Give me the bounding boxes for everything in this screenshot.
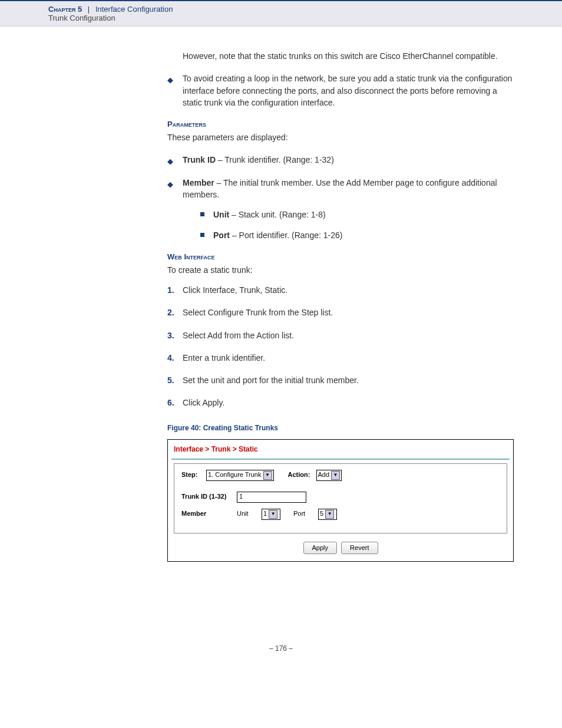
member-label: Member bbox=[181, 509, 232, 519]
param-unit: Unit – Stack unit. (Range: 1-8) bbox=[200, 209, 514, 220]
chevron-down-icon: ▼ bbox=[331, 471, 340, 480]
param-label: Unit bbox=[213, 210, 229, 219]
button-bar: Apply Revert bbox=[171, 542, 510, 555]
step-number: 3. bbox=[167, 330, 174, 341]
parameters-heading: Parameters bbox=[167, 119, 514, 130]
port-label: Port bbox=[293, 509, 313, 519]
action-label: Action: bbox=[288, 470, 312, 480]
trunk-id-row: Trunk ID (1-32) 1 bbox=[181, 492, 500, 503]
header-separator: | bbox=[88, 5, 90, 14]
action-select-value: Add bbox=[318, 470, 330, 480]
param-text: – Port identifier. (Range: 1-26) bbox=[230, 230, 342, 240]
parameters-intro: These parameters are displayed: bbox=[167, 131, 514, 143]
step-text: Click Interface, Trunk, Static. bbox=[183, 285, 287, 295]
web-interface-intro: To create a static trunk: bbox=[167, 264, 514, 276]
step-6: 6.Click Apply. bbox=[167, 397, 514, 409]
diamond-bullet-icon: ◆ bbox=[167, 179, 173, 190]
trunk-id-label: Trunk ID (1-32) bbox=[181, 492, 232, 502]
param-label: Port bbox=[213, 230, 230, 240]
step-text: Select Configure Trunk from the Step lis… bbox=[183, 308, 333, 317]
param-trunk-id: ◆ Trunk ID – Trunk identifier. (Range: 1… bbox=[167, 154, 514, 166]
step-text: Enter a trunk identifier. bbox=[183, 353, 265, 363]
diamond-bullet-icon: ◆ bbox=[167, 75, 173, 86]
unit-select-value: 1 bbox=[263, 509, 267, 519]
divider bbox=[171, 459, 510, 460]
square-bullet-icon bbox=[200, 233, 204, 237]
param-text: – The initial trunk member. Use the Add … bbox=[183, 178, 497, 199]
bullet-text: To avoid creating a loop in the network,… bbox=[183, 74, 513, 107]
step-5: 5.Set the unit and port for the initial … bbox=[167, 374, 514, 386]
param-label: Member bbox=[183, 178, 214, 187]
chapter-label: Chapter 5 bbox=[48, 5, 82, 14]
page-header: Chapter 5 | Interface Configuration Trun… bbox=[0, 0, 562, 27]
chevron-down-icon: ▼ bbox=[263, 471, 272, 480]
bullet-loop-warning: ◆ To avoid creating a loop in the networ… bbox=[167, 73, 514, 108]
page-content: However, note that the static trunks on … bbox=[0, 27, 562, 562]
diamond-bullet-icon: ◆ bbox=[167, 156, 173, 167]
page-number: – 176 – bbox=[0, 644, 562, 670]
step-text: Select Add from the Action list. bbox=[183, 331, 294, 340]
step-select-value: 1. Configure Trunk bbox=[208, 470, 262, 480]
square-bullet-icon bbox=[200, 212, 204, 216]
step-text: Click Apply. bbox=[183, 398, 224, 407]
param-text: – Trunk identifier. (Range: 1-32) bbox=[216, 155, 334, 164]
action-select[interactable]: Add ▼ bbox=[316, 470, 342, 481]
param-label: Trunk ID bbox=[183, 155, 216, 164]
revert-button[interactable]: Revert bbox=[341, 542, 378, 555]
section-subtitle: Trunk Configuration bbox=[48, 14, 562, 22]
step-number: 1. bbox=[167, 284, 174, 296]
step-1: 1.Click Interface, Trunk, Static. bbox=[167, 284, 514, 296]
trunk-id-input[interactable]: 1 bbox=[237, 492, 306, 503]
trunk-id-value: 1 bbox=[239, 492, 243, 502]
step-number: 5. bbox=[167, 374, 174, 386]
port-select[interactable]: 5 ▼ bbox=[318, 509, 337, 520]
ui-screenshot-frame: Interface > Trunk > Static Step: 1. Conf… bbox=[167, 439, 514, 562]
unit-select[interactable]: 1 ▼ bbox=[262, 509, 280, 520]
member-row: Member Unit 1 ▼ Port 5 ▼ bbox=[181, 509, 500, 520]
chapter-title: Interface Configuration bbox=[95, 5, 173, 14]
steps-list: 1.Click Interface, Trunk, Static. 2.Sele… bbox=[167, 284, 514, 409]
step-number: 6. bbox=[167, 397, 174, 409]
step-number: 4. bbox=[167, 352, 174, 364]
step-action-row: Step: 1. Configure Trunk ▼ Action: Add ▼ bbox=[181, 470, 500, 481]
step-number: 2. bbox=[167, 307, 174, 318]
lead-paragraph: However, note that the static trunks on … bbox=[167, 50, 514, 62]
web-interface-heading: Web Interface bbox=[167, 252, 514, 263]
chevron-down-icon: ▼ bbox=[269, 510, 277, 519]
step-4: 4.Enter a trunk identifier. bbox=[167, 352, 514, 364]
apply-button[interactable]: Apply bbox=[303, 542, 338, 555]
breadcrumb: Interface > Trunk > Static bbox=[171, 443, 510, 457]
port-select-value: 5 bbox=[320, 509, 323, 519]
param-member: ◆ Member – The initial trunk member. Use… bbox=[167, 177, 514, 241]
step-select[interactable]: 1. Configure Trunk ▼ bbox=[206, 470, 274, 481]
ui-panel: Step: 1. Configure Trunk ▼ Action: Add ▼… bbox=[174, 463, 507, 533]
figure-caption: Figure 40: Creating Static Trunks bbox=[167, 423, 514, 433]
step-3: 3.Select Add from the Action list. bbox=[167, 330, 514, 341]
step-2: 2.Select Configure Trunk from the Step l… bbox=[167, 307, 514, 318]
unit-label: Unit bbox=[237, 509, 257, 519]
param-text: – Stack unit. (Range: 1-8) bbox=[229, 210, 325, 219]
step-label: Step: bbox=[181, 470, 201, 480]
step-text: Set the unit and port for the initial tr… bbox=[183, 375, 359, 385]
param-port: Port – Port identifier. (Range: 1-26) bbox=[200, 229, 514, 241]
chevron-down-icon: ▼ bbox=[325, 510, 334, 519]
